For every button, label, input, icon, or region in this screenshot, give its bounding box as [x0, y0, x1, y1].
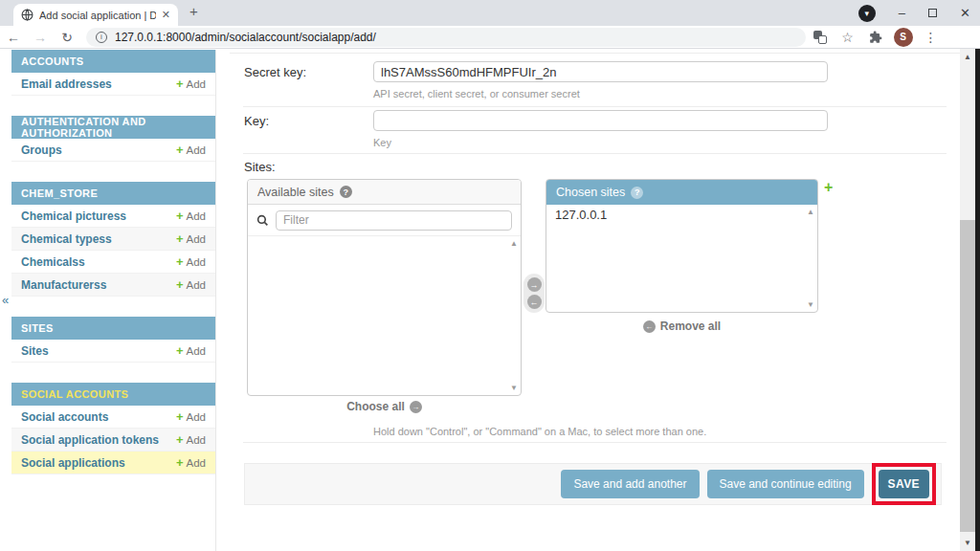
- add-link[interactable]: + Add: [176, 209, 206, 223]
- section-title: ACCOUNTS: [11, 50, 215, 73]
- chosen-site-item[interactable]: 127.0.0.1: [546, 205, 817, 225]
- sidebar-module-sites: SITES Sites + Add: [11, 317, 215, 363]
- url-text[interactable]: 127.0.0.1:8000/admin/socialaccount/socia…: [115, 31, 376, 44]
- chosen-sites-list[interactable]: 127.0.0.1 ▲ ▼: [546, 205, 817, 312]
- secret-key-label: Secret key:: [244, 65, 306, 79]
- divider: [243, 442, 947, 443]
- choose-all-arrow-icon: →: [410, 401, 422, 413]
- sidebar-item-manufacturerss[interactable]: Manufacturerss + Add: [11, 274, 215, 297]
- choose-all-link[interactable]: Choose all →: [247, 400, 522, 413]
- close-window-button[interactable]: ✕: [960, 7, 970, 19]
- secret-key-field[interactable]: [373, 61, 828, 82]
- section-title: SITES: [11, 317, 215, 340]
- filter-input[interactable]: [276, 210, 512, 231]
- window-edge: [975, 49, 980, 551]
- tab-strip: Add social application | Django s ✕ + ▾ …: [0, 0, 980, 26]
- minimize-button[interactable]: –: [899, 7, 905, 19]
- sidebar-item-social-accounts[interactable]: Social accounts + Add: [11, 406, 215, 429]
- sidebar-item-chemicalss[interactable]: Chemicalss + Add: [11, 251, 215, 274]
- page-scrollbar[interactable]: ▲ ▼: [960, 49, 975, 551]
- available-sites-box: Available sites ? ▲ ▼: [247, 179, 522, 396]
- section-title: SOCIAL ACCOUNTS: [11, 383, 215, 406]
- scrollbar-thumb[interactable]: [960, 220, 975, 532]
- sidebar-item-chemical-picturess[interactable]: Chemical picturess + Add: [11, 205, 215, 228]
- divider: [243, 153, 947, 154]
- filter-row: [248, 205, 521, 236]
- plus-icon: +: [176, 143, 184, 157]
- django-admin-page: « ACCOUNTS Email addresses + Add AUTHENT…: [0, 49, 980, 551]
- sidebar-item-chemical-typess[interactable]: Chemical typess + Add: [11, 228, 215, 251]
- key-label: Key:: [244, 114, 269, 128]
- add-link[interactable]: + Add: [176, 143, 206, 157]
- remove-all-link[interactable]: ← Remove all: [546, 320, 818, 333]
- media-control-icon[interactable]: ▾: [858, 5, 876, 22]
- search-icon: [256, 214, 269, 227]
- scrollbar-down-icon[interactable]: ▼: [960, 536, 975, 550]
- browser-tab[interactable]: Add social application | Django s ✕: [13, 4, 178, 26]
- extensions-puzzle-icon[interactable]: [861, 31, 889, 44]
- plus-icon: +: [176, 254, 184, 269]
- add-link[interactable]: + Add: [176, 432, 206, 447]
- help-icon[interactable]: ?: [340, 186, 352, 198]
- browser-toolbar: ← → ↻ i 127.0.0.1:8000/admin/socialaccou…: [0, 26, 980, 49]
- restore-button[interactable]: [928, 9, 937, 17]
- add-link[interactable]: + Add: [176, 455, 206, 470]
- tab-close-icon[interactable]: ✕: [162, 9, 170, 21]
- help-icon[interactable]: ?: [631, 187, 643, 199]
- scrollbar-up-icon[interactable]: ▲: [960, 50, 975, 64]
- profile-avatar[interactable]: S: [889, 28, 917, 47]
- choose-arrow-icon[interactable]: →: [527, 277, 542, 292]
- address-bar[interactable]: i 127.0.0.1:8000/admin/socialaccount/soc…: [86, 28, 806, 47]
- available-sites-list[interactable]: ▲ ▼: [248, 236, 521, 395]
- globe-favicon-icon: [21, 9, 33, 21]
- translate-icon[interactable]: [806, 31, 834, 44]
- bookmark-star-icon[interactable]: ☆: [834, 30, 861, 45]
- browser-menu-icon[interactable]: ⋮: [917, 30, 945, 45]
- tab-title: Add social application | Django s: [39, 10, 156, 21]
- section-title: CHEM_STORE: [11, 182, 215, 205]
- add-link[interactable]: + Add: [176, 409, 206, 424]
- forward-button[interactable]: →: [27, 30, 54, 45]
- add-link[interactable]: + Add: [176, 77, 206, 91]
- chosen-sites-header: Chosen sites ?: [546, 180, 817, 205]
- scroll-down-icon[interactable]: ▼: [807, 300, 814, 309]
- divider: [230, 53, 960, 54]
- key-help: Key: [373, 137, 391, 148]
- plus-icon: +: [176, 231, 184, 246]
- chosen-sites-box: Chosen sites ? 127.0.0.1 ▲ ▼: [546, 179, 818, 313]
- add-link[interactable]: + Add: [176, 277, 206, 292]
- add-site-icon[interactable]: +: [824, 179, 833, 196]
- sidebar-item-social-applications[interactable]: Social applications + Add: [11, 452, 215, 474]
- add-link[interactable]: + Add: [176, 231, 206, 246]
- new-tab-button[interactable]: +: [189, 3, 198, 19]
- submit-row: Save and add another Save and continue e…: [244, 463, 942, 505]
- plus-icon: +: [176, 409, 184, 424]
- sidebar-item-email-addresses[interactable]: Email addresses + Add: [11, 73, 215, 96]
- sidebar-module-chem-store: CHEM_STORE Chemical picturess + Add Chem…: [11, 182, 215, 297]
- save-button[interactable]: SAVE: [879, 470, 929, 498]
- scroll-up-icon[interactable]: ▲: [510, 239, 518, 248]
- back-button[interactable]: ←: [0, 30, 27, 45]
- secret-key-help: API secret, client secret, or consumer s…: [373, 88, 580, 99]
- remove-arrow-icon[interactable]: ←: [527, 295, 542, 309]
- scroll-up-icon[interactable]: ▲: [807, 208, 814, 216]
- key-field[interactable]: [373, 110, 828, 131]
- sidebar-item-sites[interactable]: Sites + Add: [11, 340, 215, 363]
- sidebar-collapse-toggle[interactable]: «: [2, 293, 9, 307]
- sidebar-item-groups[interactable]: Groups + Add: [11, 139, 215, 162]
- sites-label: Sites:: [244, 160, 276, 174]
- sidebar-module-auth: AUTHENTICATION AND AUTHORIZATION Groups …: [11, 116, 215, 162]
- save-and-continue-button[interactable]: Save and continue editing: [707, 470, 864, 498]
- sidebar-module-accounts: ACCOUNTS Email addresses + Add: [11, 50, 215, 96]
- sites-help-text: Hold down "Control", or "Command" on a M…: [373, 426, 706, 437]
- scroll-down-icon[interactable]: ▼: [510, 384, 518, 392]
- reload-button[interactable]: ↻: [54, 30, 80, 45]
- page-info-icon[interactable]: i: [96, 32, 107, 43]
- sidebar-module-social-accounts: SOCIAL ACCOUNTS Social accounts + Add So…: [11, 383, 215, 474]
- sidebar-item-social-application-tokens[interactable]: Social application tokens + Add: [11, 429, 215, 452]
- save-and-add-another-button[interactable]: Save and add another: [561, 470, 699, 498]
- plus-icon: +: [176, 432, 184, 447]
- add-link[interactable]: + Add: [176, 254, 206, 269]
- divider: [243, 106, 947, 107]
- add-link[interactable]: + Add: [176, 343, 206, 358]
